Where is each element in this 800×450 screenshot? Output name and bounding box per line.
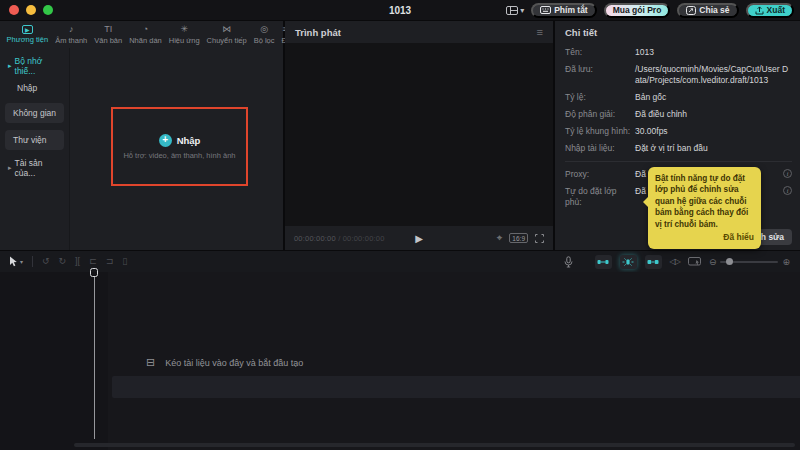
tab-label: Chuyển tiếp: [207, 36, 247, 45]
transitions-icon: ⋈: [222, 24, 231, 35]
sidebar-item-nhap[interactable]: Nhập: [5, 79, 64, 96]
keyboard-icon: [540, 6, 551, 14]
share-button[interactable]: Chia sẻ: [677, 3, 738, 18]
tab-nhan-dan[interactable]: ◔ Nhãn dán: [126, 21, 166, 48]
tab-chuyen-tiep[interactable]: ⋈ Chuyển tiếp: [203, 21, 250, 48]
play-button[interactable]: ▶: [415, 233, 423, 244]
shortcuts-button[interactable]: Phím tắt: [531, 3, 597, 18]
empty-track[interactable]: [112, 376, 800, 398]
sidebar-item-tai-san-cua-toi[interactable]: ▸ Tài sản của...: [5, 159, 64, 176]
import-label: Nhập: [177, 135, 201, 146]
tab-bo-loc[interactable]: ◎ Bộ lọc: [250, 21, 278, 48]
delete-button[interactable]: ▯: [122, 257, 127, 266]
media-tabs: ▶ Phương tiện ♪ Âm thanh TI Văn bản ◔ Nh…: [0, 21, 283, 48]
sidebar-item-label: Nhập: [17, 83, 37, 93]
media-panel: ▶ Phương tiện ♪ Âm thanh TI Văn bản ◔ Nh…: [0, 21, 283, 250]
undo-button[interactable]: ↺: [42, 257, 50, 266]
snap-toggle-button[interactable]: [595, 255, 612, 269]
drop-hint-text: Kéo tài liệu vào đây và bắt đầu tạo: [165, 358, 303, 368]
select-tool-button[interactable]: ▾: [8, 256, 23, 267]
info-icon[interactable]: i: [783, 186, 792, 195]
layout-switch-button[interactable]: ▾: [506, 6, 524, 15]
player-title: Trình phát: [295, 27, 341, 38]
tooltip-confirm-button[interactable]: Đã hiểu: [655, 232, 754, 244]
tooltip-arrow: [643, 197, 648, 207]
timeline-scrollbar[interactable]: [74, 443, 795, 447]
chevron-down-icon: ▾: [20, 258, 23, 265]
detail-row-import-material: Nhập tài liệu: Đặt ở vị trí ban đầu: [565, 143, 792, 154]
link-toggle-button[interactable]: [645, 255, 662, 269]
import-support-text: Hỗ trợ: video, âm thanh, hình ảnh: [123, 151, 235, 160]
detail-value: 1013: [635, 47, 654, 58]
mirror-preview-button[interactable]: ◁▷: [670, 257, 680, 266]
timeline-body[interactable]: ⊟ Kéo tài liệu vào đây và bắt đầu tạo: [0, 272, 800, 450]
tab-label: Hiệu ứng: [169, 36, 200, 45]
export-icon: [755, 6, 764, 15]
player-right-controls: ⌖ 16:9: [497, 232, 544, 244]
tab-hieu-ung[interactable]: ✳ Hiệu ứng: [165, 21, 203, 48]
aspect-ratio-button[interactable]: 16:9: [509, 233, 528, 243]
tab-am-thanh[interactable]: ♪ Âm thanh: [52, 21, 91, 48]
detail-label: Tên:: [565, 47, 635, 58]
share-icon: [686, 6, 696, 15]
detail-value: Bản gốc: [635, 92, 666, 103]
sidebar-item-label: Bộ nhớ thiế...: [15, 56, 64, 76]
minimize-window-button[interactable]: [26, 5, 36, 15]
detail-row-saved-path: Đã lưu: /Users/quocminh/Movies/CapCut/Us…: [565, 64, 792, 86]
detail-value: Đặt ở vị trí ban đầu: [635, 143, 708, 154]
zoom-slider-handle[interactable]: [726, 258, 733, 265]
sidebar-item-bo-nho-thiet-bi[interactable]: ▸ Bộ nhớ thiế...: [5, 57, 64, 74]
playhead-line: [94, 277, 95, 439]
detail-value: 30.00fps: [635, 126, 668, 137]
buy-pro-label: Mua gói Pro: [613, 5, 662, 15]
delete-right-button[interactable]: ⊐: [106, 257, 114, 266]
sidebar-item-label: Tài sản của...: [15, 158, 64, 178]
fit-canvas-icon[interactable]: ⌖: [497, 232, 503, 244]
cursor-icon: [8, 256, 18, 267]
timeline-zoom-slider[interactable]: [720, 261, 778, 263]
toolbar-divider: [32, 256, 33, 267]
shortcuts-label: Phím tắt: [554, 5, 588, 15]
record-voiceover-button[interactable]: [564, 256, 573, 268]
zoom-window-button[interactable]: [43, 5, 53, 15]
info-icon[interactable]: i: [783, 169, 792, 178]
playhead[interactable]: [90, 268, 98, 446]
media-placeholder-icon: ⊟: [146, 356, 155, 369]
timeline-drop-hint: ⊟ Kéo tài liệu vào đây và bắt đầu tạo: [146, 356, 303, 369]
zoom-out-button[interactable]: ⊖: [709, 257, 717, 267]
current-time: 00:00:00:00: [294, 234, 336, 243]
player-header: Trình phát ≡: [285, 21, 553, 43]
timecode: 00:00:00:00 / 00:00:00:00: [294, 234, 385, 243]
chevron-down-icon: ▾: [520, 6, 524, 15]
delete-left-button[interactable]: ⊏: [89, 257, 97, 266]
sidebar-item-khong-gian[interactable]: Không gian: [5, 103, 64, 123]
detail-row-resolution: Độ phân giải: Đã điều chỉnh: [565, 109, 792, 120]
buy-pro-button[interactable]: Mua gói Pro: [604, 3, 671, 18]
detail-label: Tự do đặt lớp phủ:: [565, 186, 635, 208]
export-button[interactable]: Xuất: [746, 3, 794, 18]
tab-van-ban[interactable]: TI Văn bản: [91, 21, 126, 48]
close-window-button[interactable]: [9, 5, 19, 15]
import-button[interactable]: + Nhập: [159, 134, 201, 147]
split-button[interactable]: ][: [75, 257, 80, 266]
fullscreen-icon[interactable]: [535, 234, 544, 243]
detail-row-ratio: Tỷ lệ: Bản gốc: [565, 92, 792, 103]
timeline-tools-right: ◁▷ ⊖ ⊕: [564, 255, 800, 269]
magnet-toggle-button[interactable]: [620, 255, 637, 269]
detail-label: Nhập tài liệu:: [565, 143, 635, 154]
tab-label: Bộ lọc: [254, 36, 275, 45]
sidebar-item-thu-vien[interactable]: Thư viện: [5, 130, 64, 150]
player-menu-icon[interactable]: ≡: [537, 26, 543, 38]
redo-button[interactable]: ↻: [59, 257, 67, 266]
preview-axis-button[interactable]: [688, 257, 701, 267]
tab-phuong-tien[interactable]: ▶ Phương tiện: [3, 21, 52, 48]
player-viewport[interactable]: [285, 43, 553, 226]
import-dropzone[interactable]: + Nhập Hỗ trợ: video, âm thanh, hình ảnh: [111, 107, 248, 186]
sidebar-item-label: Không gian: [13, 108, 56, 118]
details-divider: [565, 161, 792, 162]
player-controls: 00:00:00:00 / 00:00:00:00 ▶ ⌖ 16:9: [285, 226, 553, 250]
playhead-handle[interactable]: [90, 268, 98, 277]
zoom-in-button[interactable]: ⊕: [782, 257, 790, 267]
layout-icon: [506, 6, 518, 15]
text-icon: TI: [104, 24, 112, 35]
